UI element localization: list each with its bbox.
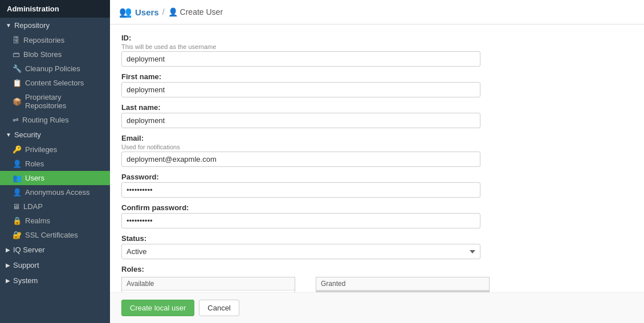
- status-label: Status:: [121, 234, 633, 243]
- content-selectors-icon: 📋: [13, 79, 22, 87]
- anonymous-icon: 👤: [13, 188, 22, 197]
- roles-granted-panel: Granted nx-deployment: [316, 277, 490, 292]
- create-user-form: ID: This will be used as the username Fi…: [110, 24, 644, 292]
- sidebar-item-roles[interactable]: 👤 Roles: [0, 157, 110, 171]
- roles-granted-header: Granted: [316, 277, 489, 291]
- sidebar-item-blob-stores[interactable]: 🗃 Blob Stores: [0, 47, 110, 62]
- status-select[interactable]: Active Disabled: [121, 244, 480, 259]
- sidebar-section-system-label: System: [13, 276, 38, 285]
- email-input[interactable]: [121, 152, 480, 167]
- sidebar-section-system[interactable]: ▶ System: [0, 273, 110, 288]
- breadcrumb-users-link[interactable]: Users: [135, 7, 159, 17]
- system-chevron-icon: ▶: [6, 277, 10, 284]
- first-name-input[interactable]: [121, 82, 480, 97]
- sidebar-section-iq-label: IQ Server: [13, 246, 45, 254]
- roles-icon: 👤: [13, 160, 22, 168]
- breadcrumb-separator: /: [162, 7, 165, 17]
- users-breadcrumb-icon: 👥: [119, 6, 132, 18]
- breadcrumb-bar: 👥 Users / 👤 Create User: [110, 0, 644, 24]
- sidebar-item-ssl-certificates[interactable]: 🔐 SSL Certificates: [0, 228, 110, 242]
- last-name-label: Last name:: [121, 103, 633, 112]
- sidebar-section-support-label: Support: [13, 261, 39, 269]
- email-hint: Used for notifications: [121, 144, 633, 150]
- id-input[interactable]: [121, 51, 480, 67]
- sidebar-section-iq-server[interactable]: ▶ IQ Server: [0, 242, 110, 257]
- realms-icon: 🔒: [13, 216, 22, 225]
- password-input[interactable]: [121, 182, 480, 198]
- id-group: ID: This will be used as the username: [121, 34, 633, 67]
- sidebar-section-security-label: Security: [14, 130, 41, 139]
- routing-icon: ⇌: [13, 116, 19, 124]
- roles-available-header: Available: [122, 277, 295, 291]
- roles-label: Roles:: [121, 265, 633, 273]
- create-local-user-button[interactable]: Create local user: [121, 300, 194, 316]
- last-name-group: Last name:: [121, 103, 633, 128]
- sidebar-item-users[interactable]: 👥 Users: [0, 171, 110, 185]
- first-name-group: First name:: [121, 72, 633, 97]
- form-actions: Create local user Cancel: [110, 292, 644, 323]
- sidebar-item-realms[interactable]: 🔒 Realms: [0, 214, 110, 228]
- confirm-password-input[interactable]: [121, 213, 480, 228]
- sidebar-item-ldap[interactable]: 🖥 LDAP: [0, 199, 110, 214]
- password-group: Password:: [121, 173, 633, 198]
- confirm-password-group: Confirm password:: [121, 203, 633, 228]
- roles-available-panel: Available ▼ nx-admin nx-anonymous: [121, 277, 295, 292]
- sidebar-item-anonymous-access[interactable]: 👤 Anonymous Access: [0, 185, 110, 199]
- ssl-icon: 🔐: [13, 231, 22, 239]
- iq-chevron-icon: ▶: [6, 247, 10, 253]
- status-group: Status: Active Disabled: [121, 234, 633, 259]
- sidebar-header: Administration: [0, 0, 110, 18]
- sidebar-section-repository-label: Repository: [14, 21, 50, 30]
- sidebar-item-content-selectors[interactable]: 📋 Content Selectors: [0, 76, 110, 90]
- sidebar-section-security[interactable]: ▼ Security: [0, 127, 110, 142]
- id-label: ID:: [121, 34, 633, 42]
- sidebar: Administration ▼ Repository 🗄 Repositori…: [0, 0, 110, 323]
- sidebar-title: Administration: [7, 5, 59, 13]
- sidebar-item-repositories[interactable]: 🗄 Repositories: [0, 33, 110, 47]
- chevron-down-icon: ▼: [6, 22, 11, 28]
- sidebar-item-privileges[interactable]: 🔑 Privileges: [0, 142, 110, 157]
- email-group: Email: Used for notifications: [121, 134, 633, 167]
- first-name-label: First name:: [121, 72, 633, 81]
- ldap-icon: 🖥: [13, 202, 20, 211]
- roles-section: Roles: Available ▼ nx-admin nx-anonymous: [121, 265, 633, 292]
- create-user-icon: 👤: [168, 7, 178, 17]
- cancel-button[interactable]: Cancel: [199, 300, 239, 316]
- privileges-icon: 🔑: [13, 145, 22, 154]
- users-icon: 👥: [13, 174, 22, 182]
- cleanup-icon: 🔧: [13, 64, 22, 73]
- sidebar-section-support[interactable]: ▶ Support: [0, 257, 110, 273]
- blob-stores-icon: 🗃: [13, 50, 20, 59]
- id-hint: This will be used as the username: [121, 43, 633, 50]
- sidebar-item-cleanup-policies[interactable]: 🔧 Cleanup Policies: [0, 62, 110, 76]
- sidebar-item-proprietary-repos[interactable]: 📦 Proprietary Repositories: [0, 90, 110, 113]
- repositories-icon: 🗄: [13, 36, 20, 44]
- breadcrumb-create-user: 👤 Create User: [168, 7, 223, 17]
- last-name-input[interactable]: [121, 113, 480, 128]
- main-content: 👥 Users / 👤 Create User ID: This will be…: [110, 0, 644, 323]
- support-chevron-icon: ▶: [6, 262, 10, 268]
- sidebar-item-routing-rules[interactable]: ⇌ Routing Rules: [0, 113, 110, 127]
- roles-container: Available ▼ nx-admin nx-anonymous ► ◄: [121, 277, 633, 292]
- email-label: Email:: [121, 134, 633, 142]
- proprietary-repos-icon: 📦: [13, 97, 22, 106]
- password-label: Password:: [121, 173, 633, 181]
- security-chevron-icon: ▼: [6, 132, 11, 138]
- confirm-password-label: Confirm password:: [121, 203, 633, 212]
- sidebar-section-repository[interactable]: ▼ Repository: [0, 18, 110, 33]
